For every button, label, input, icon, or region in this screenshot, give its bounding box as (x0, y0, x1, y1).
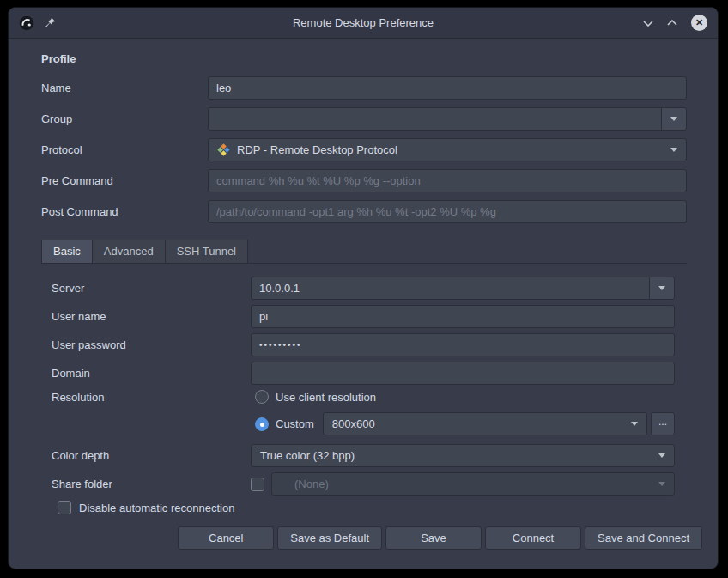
settings-notebook: Basic Advanced SSH Tunnel Server (41, 240, 687, 516)
user-password-input[interactable] (251, 333, 675, 356)
group-label: Group (41, 113, 208, 125)
user-name-input[interactable] (251, 305, 675, 328)
group-dropdown-button[interactable] (661, 107, 687, 131)
remmina-app-icon (19, 15, 34, 31)
domain-label: Domain (52, 367, 251, 380)
tab-bar: Basic Advanced SSH Tunnel (41, 240, 687, 264)
rdp-protocol-icon (217, 143, 230, 156)
caret-down-icon (658, 482, 665, 486)
protocol-dropdown[interactable]: RDP - Remote Desktop Protocol (208, 138, 687, 161)
save-button[interactable]: Save (385, 526, 482, 550)
user-name-label: User name (52, 310, 251, 323)
name-row: Name (41, 76, 687, 100)
custom-resolution-radio[interactable] (255, 417, 269, 431)
server-row: Server (52, 277, 675, 300)
share-folder-row: Share folder (None) (52, 472, 675, 496)
user-password-row: User password (52, 333, 675, 356)
pre-command-row: Pre Command (41, 169, 687, 192)
post-command-label: Post Command (41, 205, 208, 218)
close-button[interactable]: ✕ (691, 15, 707, 31)
domain-row: Domain (52, 362, 675, 385)
chevron-down-icon[interactable] (643, 20, 653, 27)
custom-resolution-dropdown[interactable]: 800x600 (323, 412, 647, 435)
caret-down-icon (658, 453, 665, 458)
caret-down-icon (631, 422, 638, 426)
group-row: Group (41, 107, 687, 131)
share-folder-value: (None) (294, 478, 329, 490)
domain-input[interactable] (251, 362, 675, 385)
disable-reconnection-row: Disable automatic reconnection (58, 501, 675, 514)
user-password-label: User password (52, 338, 251, 351)
dialog-footer: Cancel Save as Default Save Connect Save… (9, 516, 718, 550)
resolution-row: Resolution Use client resolution (52, 390, 675, 404)
server-dropdown-button[interactable] (649, 277, 675, 300)
save-and-connect-button[interactable]: Save and Connect (585, 526, 702, 550)
name-label: Name (41, 82, 208, 94)
share-folder-checkbox[interactable] (251, 478, 264, 491)
remote-desktop-preference-window: Remote Desktop Preference ✕ Profile Name… (8, 7, 719, 569)
tab-ssh-tunnel[interactable]: SSH Tunnel (166, 240, 248, 263)
cancel-button[interactable]: Cancel (178, 526, 274, 550)
protocol-row: Protocol RDP - Remote Deskto (41, 138, 687, 161)
custom-resolution-label[interactable]: Custom (276, 417, 314, 430)
profile-section: Profile Name Group Protocol (9, 39, 718, 516)
group-input[interactable] (208, 107, 662, 131)
resolution-more-button[interactable]: ... (651, 412, 675, 435)
tab-basic[interactable]: Basic (41, 240, 93, 263)
user-name-row: User name (52, 305, 675, 328)
chevron-up-icon[interactable] (667, 20, 677, 27)
pre-command-label: Pre Command (41, 174, 208, 187)
profile-section-title: Profile (41, 52, 687, 65)
share-folder-label: Share folder (52, 478, 251, 490)
share-folder-dropdown: (None) (271, 472, 675, 496)
post-command-row: Post Command (41, 200, 687, 223)
custom-resolution-value: 800x600 (332, 417, 375, 430)
protocol-value: RDP - Remote Desktop Protocol (237, 143, 397, 156)
disable-reconnection-checkbox[interactable] (58, 501, 71, 514)
use-client-resolution-radio[interactable] (255, 390, 269, 404)
color-depth-label: Color depth (52, 449, 251, 462)
tab-panel-basic: Server User name (41, 264, 687, 516)
server-label: Server (52, 282, 251, 295)
post-command-input[interactable] (208, 200, 687, 223)
pre-command-input[interactable] (208, 169, 687, 192)
titlebar[interactable]: Remote Desktop Preference ✕ (9, 8, 718, 39)
save-as-default-button[interactable]: Save as Default (277, 526, 382, 550)
color-depth-row: Color depth True color (32 bpp) (52, 444, 675, 467)
caret-down-icon (658, 286, 665, 290)
caret-down-icon (670, 117, 677, 121)
connect-button[interactable]: Connect (485, 526, 581, 550)
name-input[interactable] (208, 76, 687, 100)
color-depth-dropdown[interactable]: True color (32 bpp) (251, 444, 675, 467)
server-input[interactable] (251, 277, 650, 300)
color-depth-value: True color (32 bpp) (260, 449, 355, 462)
use-client-resolution-label[interactable]: Use client resolution (276, 391, 376, 404)
caret-down-icon (670, 148, 677, 152)
custom-resolution-row: Custom 800x600 ... (52, 412, 675, 435)
tab-advanced[interactable]: Advanced (93, 240, 166, 263)
pin-icon[interactable] (45, 17, 56, 28)
protocol-label: Protocol (41, 143, 208, 156)
resolution-label: Resolution (52, 391, 251, 404)
window-title: Remote Desktop Preference (9, 16, 718, 29)
disable-reconnection-label[interactable]: Disable automatic reconnection (79, 502, 234, 514)
